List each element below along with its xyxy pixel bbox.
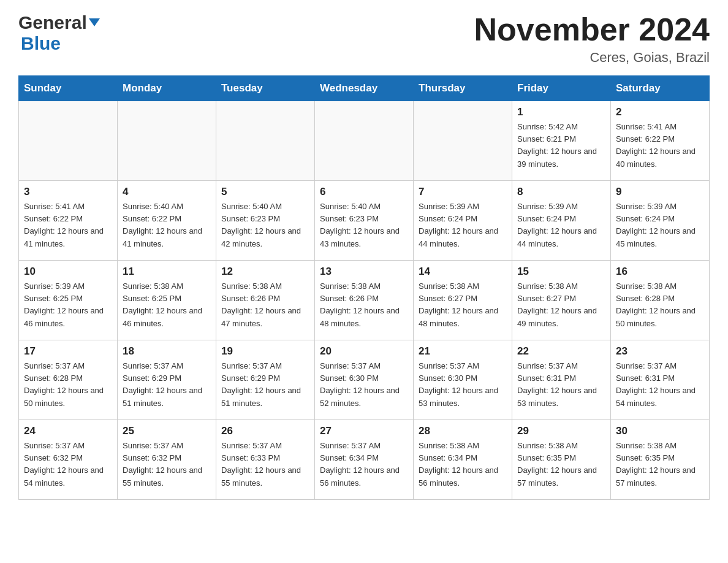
day-info: Sunrise: 5:37 AM Sunset: 6:31 PM Dayligh…	[517, 360, 605, 410]
calendar-day: 10Sunrise: 5:39 AM Sunset: 6:25 PM Dayli…	[19, 261, 118, 340]
day-number: 23	[616, 345, 704, 358]
calendar-day: 26Sunrise: 5:37 AM Sunset: 6:33 PM Dayli…	[216, 420, 315, 500]
calendar-day: 27Sunrise: 5:37 AM Sunset: 6:34 PM Dayli…	[315, 420, 414, 500]
day-info: Sunrise: 5:38 AM Sunset: 6:34 PM Dayligh…	[419, 440, 507, 489]
day-number: 26	[221, 425, 309, 437]
calendar-week-5: 24Sunrise: 5:37 AM Sunset: 6:32 PM Dayli…	[19, 420, 710, 500]
calendar-week-4: 17Sunrise: 5:37 AM Sunset: 6:28 PM Dayli…	[19, 340, 710, 420]
day-number: 19	[221, 345, 309, 358]
calendar-day: 3Sunrise: 5:41 AM Sunset: 6:22 PM Daylig…	[19, 181, 118, 261]
calendar-day: 7Sunrise: 5:39 AM Sunset: 6:24 PM Daylig…	[414, 181, 512, 261]
day-info: Sunrise: 5:39 AM Sunset: 6:24 PM Dayligh…	[616, 201, 704, 250]
day-number: 10	[24, 266, 112, 278]
calendar-day: 24Sunrise: 5:37 AM Sunset: 6:32 PM Dayli…	[19, 420, 118, 500]
calendar-day	[315, 101, 414, 181]
calendar-day: 19Sunrise: 5:37 AM Sunset: 6:29 PM Dayli…	[216, 340, 315, 420]
day-info: Sunrise: 5:38 AM Sunset: 6:35 PM Dayligh…	[616, 440, 704, 489]
day-info: Sunrise: 5:39 AM Sunset: 6:24 PM Dayligh…	[419, 201, 507, 250]
column-header-sunday: Sunday	[19, 76, 118, 101]
logo-blue-text: Blue	[21, 33, 61, 53]
day-info: Sunrise: 5:37 AM Sunset: 6:32 PM Dayligh…	[123, 440, 211, 489]
calendar-day: 11Sunrise: 5:38 AM Sunset: 6:25 PM Dayli…	[118, 261, 216, 340]
day-number: 11	[123, 266, 211, 278]
calendar-day: 20Sunrise: 5:37 AM Sunset: 6:30 PM Dayli…	[315, 340, 414, 420]
month-title: November 2024	[474, 12, 710, 47]
calendar-day: 28Sunrise: 5:38 AM Sunset: 6:34 PM Dayli…	[414, 420, 512, 500]
day-info: Sunrise: 5:38 AM Sunset: 6:27 PM Dayligh…	[517, 280, 605, 330]
column-header-saturday: Saturday	[611, 76, 710, 101]
day-info: Sunrise: 5:38 AM Sunset: 6:25 PM Dayligh…	[123, 280, 211, 330]
day-number: 28	[419, 425, 507, 437]
day-info: Sunrise: 5:38 AM Sunset: 6:28 PM Dayligh…	[616, 280, 704, 330]
day-info: Sunrise: 5:37 AM Sunset: 6:30 PM Dayligh…	[320, 360, 408, 410]
calendar-week-3: 10Sunrise: 5:39 AM Sunset: 6:25 PM Dayli…	[19, 261, 710, 340]
calendar-week-2: 3Sunrise: 5:41 AM Sunset: 6:22 PM Daylig…	[19, 181, 710, 261]
day-number: 30	[616, 425, 704, 437]
calendar-header-row: SundayMondayTuesdayWednesdayThursdayFrid…	[19, 76, 710, 101]
day-info: Sunrise: 5:37 AM Sunset: 6:32 PM Dayligh…	[24, 440, 112, 489]
column-header-monday: Monday	[118, 76, 216, 101]
calendar-day: 23Sunrise: 5:37 AM Sunset: 6:31 PM Dayli…	[611, 340, 710, 420]
calendar-day: 18Sunrise: 5:37 AM Sunset: 6:29 PM Dayli…	[118, 340, 216, 420]
day-number: 15	[517, 266, 605, 278]
calendar-week-1: 1Sunrise: 5:42 AM Sunset: 6:21 PM Daylig…	[19, 101, 710, 181]
column-header-friday: Friday	[512, 76, 611, 101]
day-info: Sunrise: 5:41 AM Sunset: 6:22 PM Dayligh…	[616, 121, 704, 170]
day-info: Sunrise: 5:41 AM Sunset: 6:22 PM Dayligh…	[24, 201, 112, 250]
calendar-day: 5Sunrise: 5:40 AM Sunset: 6:23 PM Daylig…	[216, 181, 315, 261]
calendar-day: 16Sunrise: 5:38 AM Sunset: 6:28 PM Dayli…	[611, 261, 710, 340]
calendar-day: 17Sunrise: 5:37 AM Sunset: 6:28 PM Dayli…	[19, 340, 118, 420]
page-header: General Blue November 2024 Ceres, Goias,…	[18, 12, 710, 66]
location-label: Ceres, Goias, Brazil	[474, 50, 710, 66]
calendar-day: 30Sunrise: 5:38 AM Sunset: 6:35 PM Dayli…	[611, 420, 710, 500]
calendar-day: 4Sunrise: 5:40 AM Sunset: 6:22 PM Daylig…	[118, 181, 216, 261]
day-info: Sunrise: 5:37 AM Sunset: 6:28 PM Dayligh…	[24, 360, 112, 410]
day-number: 27	[320, 425, 408, 437]
day-number: 24	[24, 425, 112, 437]
day-info: Sunrise: 5:38 AM Sunset: 6:35 PM Dayligh…	[517, 440, 605, 489]
day-info: Sunrise: 5:37 AM Sunset: 6:29 PM Dayligh…	[221, 360, 309, 410]
calendar-day: 21Sunrise: 5:37 AM Sunset: 6:30 PM Dayli…	[414, 340, 512, 420]
calendar-day: 22Sunrise: 5:37 AM Sunset: 6:31 PM Dayli…	[512, 340, 611, 420]
calendar-day: 13Sunrise: 5:38 AM Sunset: 6:26 PM Dayli…	[315, 261, 414, 340]
day-number: 25	[123, 425, 211, 437]
column-header-thursday: Thursday	[414, 76, 512, 101]
day-number: 21	[419, 345, 507, 358]
day-number: 8	[517, 186, 605, 198]
day-info: Sunrise: 5:40 AM Sunset: 6:23 PM Dayligh…	[221, 201, 309, 250]
day-number: 22	[517, 345, 605, 358]
day-number: 17	[24, 345, 112, 358]
day-info: Sunrise: 5:38 AM Sunset: 6:26 PM Dayligh…	[320, 280, 408, 330]
day-info: Sunrise: 5:37 AM Sunset: 6:29 PM Dayligh…	[123, 360, 211, 410]
day-number: 5	[221, 186, 309, 198]
day-info: Sunrise: 5:40 AM Sunset: 6:22 PM Dayligh…	[123, 201, 211, 250]
calendar-day: 9Sunrise: 5:39 AM Sunset: 6:24 PM Daylig…	[611, 181, 710, 261]
calendar-day: 1Sunrise: 5:42 AM Sunset: 6:21 PM Daylig…	[512, 101, 611, 181]
day-number: 16	[616, 266, 704, 278]
logo-general-text: General	[18, 12, 87, 33]
calendar-day	[19, 101, 118, 181]
title-area: November 2024 Ceres, Goias, Brazil	[474, 12, 710, 66]
column-header-wednesday: Wednesday	[315, 76, 414, 101]
calendar-day: 6Sunrise: 5:40 AM Sunset: 6:23 PM Daylig…	[315, 181, 414, 261]
day-number: 3	[24, 186, 112, 198]
day-number: 7	[419, 186, 507, 198]
day-number: 14	[419, 266, 507, 278]
calendar-day: 14Sunrise: 5:38 AM Sunset: 6:27 PM Dayli…	[414, 261, 512, 340]
calendar-day: 8Sunrise: 5:39 AM Sunset: 6:24 PM Daylig…	[512, 181, 611, 261]
day-info: Sunrise: 5:37 AM Sunset: 6:31 PM Dayligh…	[616, 360, 704, 410]
day-number: 2	[616, 106, 704, 118]
day-number: 4	[123, 186, 211, 198]
calendar-day	[414, 101, 512, 181]
day-info: Sunrise: 5:37 AM Sunset: 6:30 PM Dayligh…	[419, 360, 507, 410]
day-info: Sunrise: 5:42 AM Sunset: 6:21 PM Dayligh…	[517, 121, 605, 170]
day-number: 12	[221, 266, 309, 278]
column-header-tuesday: Tuesday	[216, 76, 315, 101]
day-number: 18	[123, 345, 211, 358]
calendar-day: 2Sunrise: 5:41 AM Sunset: 6:22 PM Daylig…	[611, 101, 710, 181]
calendar-day: 12Sunrise: 5:38 AM Sunset: 6:26 PM Dayli…	[216, 261, 315, 340]
calendar-day: 25Sunrise: 5:37 AM Sunset: 6:32 PM Dayli…	[118, 420, 216, 500]
day-info: Sunrise: 5:38 AM Sunset: 6:26 PM Dayligh…	[221, 280, 309, 330]
calendar-table: SundayMondayTuesdayWednesdayThursdayFrid…	[18, 75, 710, 500]
day-number: 6	[320, 186, 408, 198]
